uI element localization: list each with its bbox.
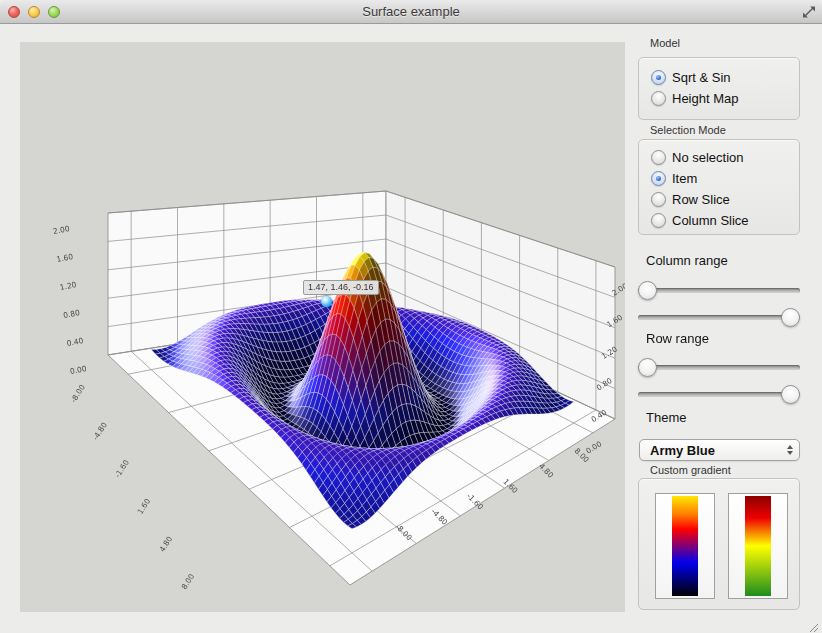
selection-value-label: 1.47, 1.46, -0.16 xyxy=(303,280,379,295)
gradient-button-blue-red-yellow[interactable] xyxy=(655,493,715,599)
slider-track[interactable] xyxy=(638,365,800,370)
custom-gradient-group-box xyxy=(638,478,800,610)
slider-handle[interactable] xyxy=(781,308,800,327)
column-range-min-slider[interactable] xyxy=(638,281,800,300)
radio-label: No selection xyxy=(672,150,744,165)
app-window: { "window": { "title": "Surface example"… xyxy=(0,0,822,633)
theme-label: Theme xyxy=(646,410,686,425)
fullscreen-icon[interactable] xyxy=(801,4,817,20)
window-title: Surface example xyxy=(0,0,822,23)
titlebar[interactable]: Surface example xyxy=(0,0,822,24)
theme-selected-value: Army Blue xyxy=(640,443,781,458)
radio-label: Item xyxy=(672,171,697,186)
slider-handle[interactable] xyxy=(638,358,657,377)
slider-track[interactable] xyxy=(638,315,800,320)
radio-indicator[interactable] xyxy=(651,91,666,106)
resize-grip[interactable] xyxy=(807,619,819,631)
radio-indicator[interactable] xyxy=(651,171,666,186)
column-range-label: Column range xyxy=(646,253,728,268)
radio-indicator[interactable] xyxy=(651,150,666,165)
radio-option-row-slice[interactable]: Row Slice xyxy=(651,190,749,209)
row-range-min-slider[interactable] xyxy=(638,358,800,377)
radio-label: Sqrt & Sin xyxy=(672,70,731,85)
down-arrow-icon xyxy=(787,451,793,455)
radio-option-item[interactable]: Item xyxy=(651,169,749,188)
radio-option-column-slice[interactable]: Column Slice xyxy=(651,211,749,230)
theme-combobox[interactable]: Army Blue xyxy=(639,439,800,461)
radio-option-sqrt-sin[interactable]: Sqrt & Sin xyxy=(651,68,738,87)
radio-indicator[interactable] xyxy=(651,192,666,207)
selection-mode-group-box: No selection Item Row Slice Column Slice xyxy=(638,139,800,235)
radio-label: Column Slice xyxy=(672,213,749,228)
radio-label: Row Slice xyxy=(672,192,730,207)
model-group-label: Model xyxy=(650,37,680,49)
gradient-swatch xyxy=(672,496,698,596)
custom-gradient-group-label: Custom gradient xyxy=(650,464,731,476)
model-group-box: Sqrt & Sin Height Map xyxy=(638,57,800,120)
gradient-button-green-yellow-red[interactable] xyxy=(728,493,788,599)
up-arrow-icon xyxy=(787,445,793,449)
radio-option-height-map[interactable]: Height Map xyxy=(651,89,738,108)
selection-mode-group-label: Selection Mode xyxy=(650,124,726,136)
slider-handle[interactable] xyxy=(638,281,657,300)
combobox-stepper-icon[interactable] xyxy=(781,440,799,460)
radio-option-no-selection[interactable]: No selection xyxy=(651,148,749,167)
radio-indicator[interactable] xyxy=(651,70,666,85)
gradient-swatch xyxy=(745,496,771,596)
slider-track[interactable] xyxy=(638,392,800,397)
selection-ball-icon xyxy=(321,296,332,307)
surface-plot-area: 1.47, 1.46, -0.16 xyxy=(20,42,625,612)
slider-handle[interactable] xyxy=(781,385,800,404)
row-range-label: Row range xyxy=(646,331,709,346)
column-range-max-slider[interactable] xyxy=(638,308,800,327)
radio-indicator[interactable] xyxy=(651,213,666,228)
radio-label: Height Map xyxy=(672,91,738,106)
slider-track[interactable] xyxy=(638,288,800,293)
row-range-max-slider[interactable] xyxy=(638,385,800,404)
surface-plot-canvas[interactable] xyxy=(20,42,625,612)
